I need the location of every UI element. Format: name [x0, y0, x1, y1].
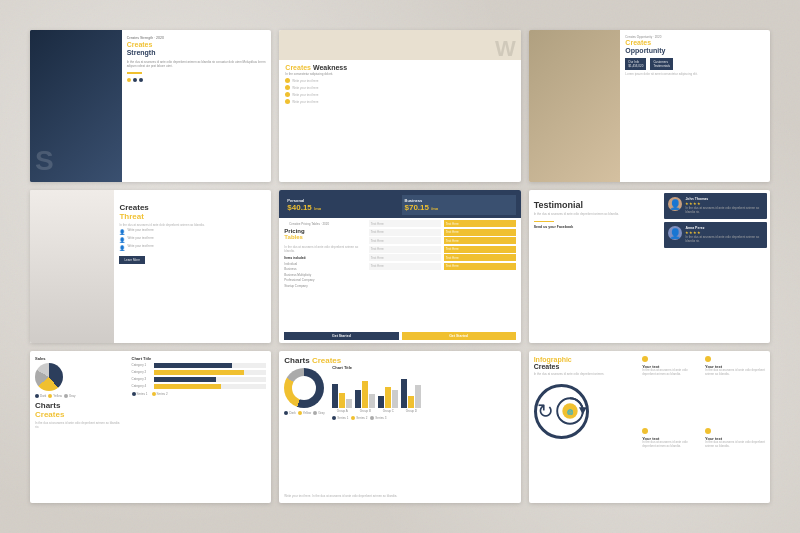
slide-pricing: Personal $40.15 /mo Business $70.15 /mo …: [279, 190, 520, 342]
learn-more-button[interactable]: Learn More: [119, 256, 144, 264]
slide-1-dots: [127, 78, 267, 82]
slide-8-title: Charts Creates: [284, 356, 515, 365]
business-btn[interactable]: Get Started: [402, 332, 516, 340]
circular-arrows-icon: 🌐: [554, 386, 586, 436]
slide-3-stats: Our Info $1,456,020 Customers Testimonia…: [625, 58, 765, 70]
slide-infographic: Infographic Creates In the dus at arunar…: [529, 351, 770, 503]
slide-weakness: Creates Weakness In the consectetur adip…: [279, 30, 520, 182]
bar-row-1: Category 1: [132, 363, 267, 368]
slide-2-item-1: Write your text here: [285, 78, 514, 83]
slide-strength: Creates Strength · 2020 Creates Strength…: [30, 30, 271, 182]
testimonial-body: In the dus at arunares id ante odio depr…: [534, 212, 657, 216]
legend-item-2: Yellow: [48, 394, 62, 398]
slide-4-item-3: 👤 Write your text here: [119, 245, 266, 251]
dot-3: [139, 78, 143, 82]
col-business: Text Here Text Here Text Here Text Here …: [444, 220, 516, 327]
bar-row-4: Category 4: [132, 384, 267, 389]
info-item-4: Your text In the dus at arunares id ante…: [705, 428, 765, 498]
slide-1-tag: Creates Strength · 2020: [127, 36, 267, 40]
slide-8-content: Dark Yellow Gray Chart Title: [284, 365, 515, 491]
bullet-icon: [285, 99, 290, 104]
slide-4-item-1: 👤 Write your text here: [119, 229, 266, 235]
infographic-body: In the dus at arunares id ante odio depr…: [534, 372, 633, 376]
slide-2-item-2: Write your text here: [285, 85, 514, 90]
infographic-left: Infographic Creates In the dus at arunar…: [529, 351, 638, 503]
infographic-title: Infographic Creates: [534, 356, 633, 370]
slides-grid: Creates Strength · 2020 Creates Strength…: [10, 10, 790, 523]
bar-row-3: Category 3: [132, 377, 267, 382]
price-rows: Text Here Text Here Text Here Text Here …: [364, 218, 521, 329]
slide-2-image: [279, 30, 520, 60]
slide-1-image: [30, 30, 122, 182]
donut-visual: [284, 368, 324, 408]
info-item-1: Your text In the dus at arunares id ante…: [642, 356, 702, 426]
person-icon: 👤: [119, 245, 125, 251]
testimonial-title: Testimonial: [534, 200, 657, 210]
slide-1-body: In the dus at arunares id ante odio depr…: [127, 60, 267, 68]
tc-content-1: John Thomas ★★★★ In the dus at arunares …: [685, 197, 763, 215]
bullet-icon: [642, 356, 648, 362]
infographic-items: Your text In the dus at arunares id ante…: [637, 351, 770, 503]
col-personal: Text Here Text Here Text Here Text Here …: [369, 220, 441, 327]
bar-row-2: Category 2: [132, 370, 267, 375]
legend-dot-2: [48, 394, 52, 398]
pricing-header: Personal $40.15 /mo Business $70.15 /mo: [279, 190, 520, 218]
chart-legend: Dark Yellow Gray: [35, 394, 122, 398]
slide-2-title: Creates Weakness: [285, 64, 514, 71]
slide-3-image: [529, 30, 621, 182]
slide-4-content: Creates Threat In the dus at arunares id…: [114, 190, 271, 342]
slide-charts-1: Sales Dark Yellow Gray Charts Creates: [30, 351, 271, 503]
charts-left: Sales Dark Yellow Gray Charts Creates: [30, 351, 127, 503]
slide-2-body: In the consectetur adipiscing dolorit.: [285, 72, 514, 76]
testimonial-line: [534, 221, 554, 223]
avatar-2: [668, 226, 682, 240]
grouped-bars: Chart Title Group A: [332, 365, 515, 491]
legend-item-3: Gray: [64, 394, 76, 398]
bullet-icon: [642, 428, 648, 434]
slide-3-content: Creates Opportunity · 2020 Creates Oppor…: [620, 30, 770, 182]
info-item-3: Your text In the dus at arunares id ante…: [642, 428, 702, 498]
bullet-icon: [285, 92, 290, 97]
stat-1: Our Info $1,456,020: [625, 58, 646, 70]
personal-btn[interactable]: Get Started: [284, 332, 398, 340]
legend-dot-1: [35, 394, 39, 398]
slide-charts-2: Charts Creates Dark Yellow Gr: [279, 351, 520, 503]
bullet-icon: [705, 428, 711, 434]
bar-chart: Category 1 Category 2 Category 3: [132, 363, 267, 389]
slide-2-item-4: Write your text here: [285, 99, 514, 104]
slide-testimonial: Testimonial In the dus at arunares id an…: [529, 190, 770, 342]
slide-4-body: In the dus at arunares id ante dolo depr…: [119, 223, 266, 227]
testimonial-cards: John Thomas ★★★★ In the dus at arunares …: [661, 190, 770, 342]
slide-4-title: Creates Threat: [119, 203, 266, 221]
dot-2: [133, 78, 137, 82]
slide-4-image: [30, 190, 114, 342]
tc-content-2: Anna Perez ★★★★ In the dus at arunares i…: [685, 226, 763, 244]
testimonial-card-1: John Thomas ★★★★ In the dus at arunares …: [664, 193, 767, 219]
slide-2-item-3: Write your text here: [285, 92, 514, 97]
svg-text:🌐: 🌐: [567, 409, 574, 416]
bar-legend-2: Series 1 Series 2 Series 3: [332, 416, 515, 420]
slide-threat: Creates Threat In the dus at arunares id…: [30, 190, 271, 342]
slide-1-line: [127, 72, 142, 74]
dot-1: [127, 78, 131, 82]
info-item-2: Your text In the dus at arunares id ante…: [705, 356, 765, 426]
charts-body: In the dus at arunares id ante odio depr…: [35, 421, 122, 429]
testimonial-left: Testimonial In the dus at arunares id an…: [529, 190, 662, 342]
donut-legend: Dark Yellow Gray: [284, 411, 329, 415]
price-buttons: Get Started Get Started: [279, 330, 520, 343]
avatar-1: [668, 197, 682, 211]
pricing-left: Creative Pricing Tables · 2020 Pricing T…: [279, 218, 363, 329]
legend-dot-3: [64, 394, 68, 398]
person-icon: 👤: [119, 229, 125, 235]
slide-opportunity: Creates Opportunity · 2020 Creates Oppor…: [529, 30, 770, 182]
facebook-link[interactable]: Send us your Facebook: [534, 225, 657, 229]
bullet-icon: [705, 356, 711, 362]
infographic-diagram: 🌐: [534, 384, 589, 439]
slide-1-title: Creates Strength: [127, 41, 267, 58]
pricing-body: Creative Pricing Tables · 2020 Pricing T…: [279, 218, 520, 329]
slide-4-item-2: 👤 Write your text here: [119, 237, 266, 243]
pie-chart: [35, 363, 63, 391]
bullet-icon: [285, 85, 290, 90]
slide-3-title: Creates Opportunity: [625, 39, 765, 56]
legend-item-1: Dark: [35, 394, 46, 398]
